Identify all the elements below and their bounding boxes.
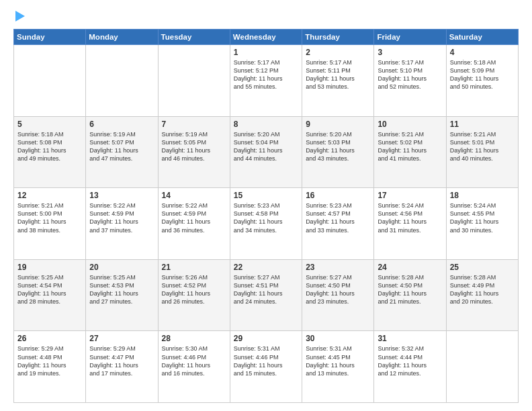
weekday-saturday: Saturday (446, 30, 518, 45)
day-info: Sunrise: 5:24 AM Sunset: 4:56 PM Dayligh… (378, 201, 442, 234)
calendar-cell: 14Sunrise: 5:22 AM Sunset: 4:59 PM Dayli… (158, 188, 230, 260)
calendar-cell (158, 45, 230, 117)
calendar-cell: 19Sunrise: 5:25 AM Sunset: 4:54 PM Dayli… (14, 259, 86, 331)
day-info: Sunrise: 5:26 AM Sunset: 4:52 PM Dayligh… (162, 273, 226, 306)
day-number: 30 (306, 334, 370, 343)
calendar-cell: 12Sunrise: 5:21 AM Sunset: 5:00 PM Dayli… (14, 188, 86, 260)
calendar-cell: 15Sunrise: 5:23 AM Sunset: 4:58 PM Dayli… (230, 188, 302, 260)
day-number: 12 (17, 191, 82, 200)
day-number: 21 (162, 263, 226, 272)
calendar-cell: 8Sunrise: 5:20 AM Sunset: 5:04 PM Daylig… (230, 116, 302, 188)
calendar-cell: 5Sunrise: 5:18 AM Sunset: 5:08 PM Daylig… (14, 116, 86, 188)
day-number: 9 (306, 120, 370, 129)
day-info: Sunrise: 5:31 AM Sunset: 4:46 PM Dayligh… (234, 345, 298, 377)
calendar-cell: 11Sunrise: 5:21 AM Sunset: 5:01 PM Dayli… (446, 116, 518, 188)
day-info: Sunrise: 5:19 AM Sunset: 5:07 PM Dayligh… (89, 130, 154, 163)
day-number: 6 (89, 120, 154, 129)
day-number: 11 (450, 120, 515, 129)
calendar-cell: 28Sunrise: 5:30 AM Sunset: 4:46 PM Dayli… (158, 331, 230, 403)
logo-blue (13, 11, 25, 22)
week-row-1: 5Sunrise: 5:18 AM Sunset: 5:08 PM Daylig… (14, 116, 519, 188)
day-number: 14 (162, 191, 226, 200)
calendar-cell: 13Sunrise: 5:22 AM Sunset: 4:59 PM Dayli… (86, 188, 158, 260)
calendar-cell: 7Sunrise: 5:19 AM Sunset: 5:05 PM Daylig… (158, 116, 230, 188)
day-info: Sunrise: 5:27 AM Sunset: 4:51 PM Dayligh… (234, 273, 298, 306)
day-info: Sunrise: 5:24 AM Sunset: 4:55 PM Dayligh… (450, 201, 515, 234)
day-number: 19 (17, 263, 82, 272)
week-row-4: 26Sunrise: 5:29 AM Sunset: 4:48 PM Dayli… (14, 331, 519, 403)
day-number: 5 (17, 120, 82, 129)
calendar-cell: 18Sunrise: 5:24 AM Sunset: 4:55 PM Dayli… (446, 188, 518, 260)
day-info: Sunrise: 5:30 AM Sunset: 4:46 PM Dayligh… (162, 345, 226, 377)
calendar-cell: 27Sunrise: 5:29 AM Sunset: 4:47 PM Dayli… (86, 331, 158, 403)
day-info: Sunrise: 5:25 AM Sunset: 4:54 PM Dayligh… (17, 273, 82, 306)
day-number: 2 (306, 48, 370, 57)
day-info: Sunrise: 5:17 AM Sunset: 5:10 PM Dayligh… (378, 58, 442, 91)
day-number: 10 (378, 120, 442, 129)
calendar-cell: 17Sunrise: 5:24 AM Sunset: 4:56 PM Dayli… (374, 188, 446, 260)
week-row-3: 19Sunrise: 5:25 AM Sunset: 4:54 PM Dayli… (14, 259, 519, 331)
page: SundayMondayTuesdayWednesdayThursdayFrid… (0, 0, 532, 411)
day-number: 16 (306, 191, 370, 200)
day-info: Sunrise: 5:18 AM Sunset: 5:08 PM Dayligh… (17, 130, 82, 163)
day-number: 28 (162, 334, 226, 343)
calendar-cell: 23Sunrise: 5:27 AM Sunset: 4:50 PM Dayli… (302, 259, 374, 331)
calendar-cell: 2Sunrise: 5:17 AM Sunset: 5:11 PM Daylig… (302, 45, 374, 117)
day-number: 31 (378, 334, 442, 343)
day-info: Sunrise: 5:28 AM Sunset: 4:49 PM Dayligh… (450, 273, 515, 306)
logo-arrow-icon (15, 11, 25, 21)
day-number: 22 (234, 263, 298, 272)
day-info: Sunrise: 5:23 AM Sunset: 4:58 PM Dayligh… (234, 201, 298, 234)
calendar-cell: 20Sunrise: 5:25 AM Sunset: 4:53 PM Dayli… (86, 259, 158, 331)
day-number: 13 (89, 191, 154, 200)
calendar-cell: 29Sunrise: 5:31 AM Sunset: 4:46 PM Dayli… (230, 331, 302, 403)
calendar-cell: 22Sunrise: 5:27 AM Sunset: 4:51 PM Dayli… (230, 259, 302, 331)
day-info: Sunrise: 5:21 AM Sunset: 5:00 PM Dayligh… (17, 201, 82, 234)
calendar-cell: 31Sunrise: 5:32 AM Sunset: 4:44 PM Dayli… (374, 331, 446, 403)
day-info: Sunrise: 5:21 AM Sunset: 5:02 PM Dayligh… (378, 130, 442, 163)
header (13, 11, 519, 22)
calendar-table: SundayMondayTuesdayWednesdayThursdayFrid… (13, 29, 519, 403)
calendar-cell: 21Sunrise: 5:26 AM Sunset: 4:52 PM Dayli… (158, 259, 230, 331)
day-number: 1 (234, 48, 298, 57)
day-info: Sunrise: 5:19 AM Sunset: 5:05 PM Dayligh… (162, 130, 226, 163)
day-info: Sunrise: 5:31 AM Sunset: 4:45 PM Dayligh… (306, 345, 370, 377)
calendar-cell: 4Sunrise: 5:18 AM Sunset: 5:09 PM Daylig… (446, 45, 518, 117)
calendar-cell: 10Sunrise: 5:21 AM Sunset: 5:02 PM Dayli… (374, 116, 446, 188)
weekday-friday: Friday (374, 30, 446, 45)
day-info: Sunrise: 5:17 AM Sunset: 5:12 PM Dayligh… (234, 58, 298, 91)
day-number: 20 (89, 263, 154, 272)
day-info: Sunrise: 5:22 AM Sunset: 4:59 PM Dayligh… (89, 201, 154, 234)
logo-text (13, 11, 25, 22)
calendar-cell (86, 45, 158, 117)
calendar-cell (446, 331, 518, 403)
weekday-monday: Monday (86, 30, 158, 45)
logo (13, 11, 25, 22)
calendar-cell: 3Sunrise: 5:17 AM Sunset: 5:10 PM Daylig… (374, 45, 446, 117)
day-info: Sunrise: 5:29 AM Sunset: 4:47 PM Dayligh… (89, 345, 154, 377)
day-info: Sunrise: 5:23 AM Sunset: 4:57 PM Dayligh… (306, 201, 370, 234)
day-info: Sunrise: 5:28 AM Sunset: 4:50 PM Dayligh… (378, 273, 442, 306)
day-number: 3 (378, 48, 442, 57)
day-number: 18 (450, 191, 515, 200)
day-info: Sunrise: 5:22 AM Sunset: 4:59 PM Dayligh… (162, 201, 226, 234)
day-number: 26 (17, 334, 82, 343)
calendar-cell: 1Sunrise: 5:17 AM Sunset: 5:12 PM Daylig… (230, 45, 302, 117)
day-number: 29 (234, 334, 298, 343)
day-number: 17 (378, 191, 442, 200)
day-number: 4 (450, 48, 515, 57)
weekday-sunday: Sunday (14, 30, 86, 45)
day-number: 23 (306, 263, 370, 272)
day-number: 27 (89, 334, 154, 343)
weekday-tuesday: Tuesday (158, 30, 230, 45)
week-row-0: 1Sunrise: 5:17 AM Sunset: 5:12 PM Daylig… (14, 45, 519, 117)
calendar-cell: 26Sunrise: 5:29 AM Sunset: 4:48 PM Dayli… (14, 331, 86, 403)
day-info: Sunrise: 5:21 AM Sunset: 5:01 PM Dayligh… (450, 130, 515, 163)
day-info: Sunrise: 5:25 AM Sunset: 4:53 PM Dayligh… (89, 273, 154, 306)
weekday-thursday: Thursday (302, 30, 374, 45)
day-info: Sunrise: 5:27 AM Sunset: 4:50 PM Dayligh… (306, 273, 370, 306)
day-number: 7 (162, 120, 226, 129)
day-info: Sunrise: 5:20 AM Sunset: 5:03 PM Dayligh… (306, 130, 370, 163)
day-info: Sunrise: 5:20 AM Sunset: 5:04 PM Dayligh… (234, 130, 298, 163)
day-number: 15 (234, 191, 298, 200)
